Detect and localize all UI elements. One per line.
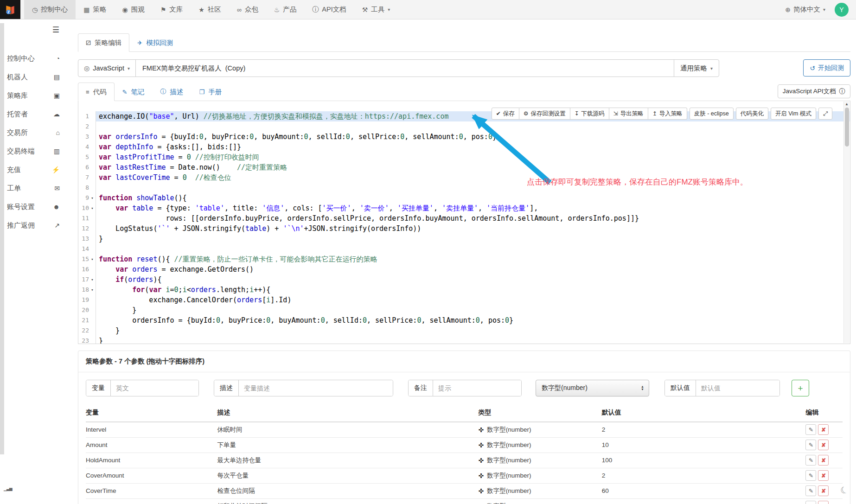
sidebar-item-exchanges[interactable]: 交易所⌂ <box>0 123 70 142</box>
fullscreen-button[interactable]: ⤢ <box>818 108 832 120</box>
move-handle-icon[interactable]: ✜ <box>479 441 484 449</box>
download-source-button[interactable]: ↧下载源码 <box>570 108 609 120</box>
edit-param-button[interactable]: ✎ <box>805 485 816 496</box>
category-dropdown[interactable]: 通用策略 ▾ <box>674 60 719 77</box>
param-default-cell: 2 <box>602 468 806 483</box>
code-line[interactable]: 16 var orders = exchange.GetOrders() <box>78 264 850 274</box>
edit-param-button[interactable]: ✎ <box>805 455 816 466</box>
nav-item-product[interactable]: ♨产品 <box>266 0 305 19</box>
export-strategy-button[interactable]: ⇲导出策略 <box>609 108 648 120</box>
code-line[interactable]: 13} <box>78 234 850 244</box>
nav-item-watch[interactable]: ◉围观 <box>114 0 152 19</box>
fold-arrow-icon[interactable]: ▾ <box>89 274 96 285</box>
nav-item-crowdsource[interactable]: ∞众包 <box>229 0 266 19</box>
code-line[interactable]: 22 } <box>78 325 850 336</box>
edit-param-button[interactable]: ✎ <box>805 501 816 504</box>
add-param-button[interactable]: + <box>792 380 809 396</box>
strategy-name-input[interactable] <box>136 60 674 77</box>
fold-arrow-icon[interactable]: ▾ <box>89 254 96 264</box>
param-var-input[interactable] <box>111 380 198 396</box>
nav-item-community[interactable]: ★社区 <box>191 0 229 19</box>
sidebar-item-tickets[interactable]: 工单✉ <box>0 179 70 198</box>
sidebar-item-robots[interactable]: 机器人▤ <box>0 68 70 86</box>
delete-param-button[interactable]: ✘ <box>818 470 829 481</box>
delete-param-button[interactable]: ✘ <box>818 424 829 435</box>
skin-button[interactable]: 皮肤 - eclipse <box>690 108 734 120</box>
delete-param-button[interactable]: ✘ <box>818 501 829 504</box>
code-line[interactable]: 2 <box>78 121 850 132</box>
fold-arrow-icon[interactable]: ▾ <box>89 203 96 213</box>
tab-backtest[interactable]: ✈模拟回测 <box>129 33 181 52</box>
code-line[interactable]: 4var depthInfo = {asks:[], bids:[]} <box>78 142 850 152</box>
fold-arrow-icon[interactable]: ▾ <box>89 285 96 295</box>
param-type-select[interactable]: 数字型(number) ▲▼ <box>536 380 649 396</box>
save-settings-button[interactable]: ⚙保存回测设置 <box>519 108 570 120</box>
user-avatar[interactable]: Y <box>835 3 849 17</box>
sidebar-item-recharge[interactable]: 充值⚡ <box>0 160 70 179</box>
language-dropdown[interactable]: ◎ JavaScript ▾ <box>78 60 136 77</box>
scrollbar-thumb[interactable] <box>845 108 849 147</box>
scrollbar-up-icon[interactable]: ▲ <box>844 102 850 107</box>
sidebar-item-strategies[interactable]: 策略库▣ <box>0 86 70 105</box>
code-line[interactable]: 6var lastRestTime = Date.now() //定时重置策略 <box>78 162 850 172</box>
editor-tab-manual[interactable]: ❐手册 <box>192 83 230 101</box>
import-strategy-button[interactable]: ↥导入策略 <box>648 108 687 120</box>
edit-param-button[interactable]: ✎ <box>805 440 816 450</box>
move-handle-icon[interactable]: ✜ <box>479 487 484 495</box>
sidebar-item-account[interactable]: 账号设置☻ <box>0 198 70 216</box>
code-line[interactable]: 21 ordersInfo = {buyId:0, buyPrice:0, bu… <box>78 315 850 325</box>
fold-arrow-icon[interactable]: ▾ <box>89 193 96 203</box>
param-desc-cell: 打印收益时间间隔 <box>217 498 479 504</box>
code-line[interactable]: 18▾ for(var i=0;i<orders.length;i++){ <box>78 285 850 295</box>
code-line[interactable]: 11 rows: [[ordersInfo.buyPrice, ordersIn… <box>78 213 850 223</box>
code-line[interactable]: 10▾ var table = {type: 'table', title: '… <box>78 203 850 213</box>
nav-item-library[interactable]: ⚑文库 <box>153 0 191 19</box>
nav-item-api-docs[interactable]: ⓘAPI文档 <box>304 0 354 19</box>
edit-param-button[interactable]: ✎ <box>805 470 816 481</box>
sidebar-item-terminal[interactable]: 交易终端▥ <box>0 142 70 160</box>
editor-tab-desc[interactable]: ⓘ描述 <box>153 83 192 101</box>
code-line[interactable]: 23} <box>78 336 850 344</box>
param-edit-cell: ✎✘ <box>805 468 843 483</box>
vim-mode-button[interactable]: 开启 Vim 模式 <box>771 108 816 120</box>
sidebar-item-hosts[interactable]: 托管者☁ <box>0 105 70 123</box>
fmz-logo[interactable] <box>0 0 20 19</box>
code-line[interactable]: 9▾function showTable(){ <box>78 193 850 203</box>
delete-param-button[interactable]: ✘ <box>818 440 829 450</box>
delete-param-button[interactable]: ✘ <box>818 455 829 466</box>
code-line[interactable]: 14 <box>78 244 850 254</box>
edit-param-button[interactable]: ✎ <box>805 424 816 435</box>
code-line[interactable]: 15▾function reset(){ //重置策略，防止一些订单卡住，可能会… <box>78 254 850 264</box>
nav-item-strategy[interactable]: ▦策略 <box>76 0 114 19</box>
editor-tab-code[interactable]: ≡代码 <box>78 83 115 101</box>
move-handle-icon[interactable]: ✜ <box>479 457 484 464</box>
param-default-cell: 100 <box>602 453 806 468</box>
editor-tab-notes[interactable]: ✎笔记 <box>115 83 153 101</box>
param-default-input[interactable] <box>696 380 779 396</box>
hamburger-menu-icon[interactable]: ☰ <box>52 25 59 35</box>
beautify-button[interactable]: 代码美化 <box>736 108 768 120</box>
code-line[interactable]: 19 exchange.CancelOrder(orders[i].Id) <box>78 295 850 305</box>
move-handle-icon[interactable]: ✜ <box>479 472 484 479</box>
tab-edit[interactable]: ⚂策略编辑 <box>78 33 129 52</box>
save-button[interactable]: ✔保存 <box>492 108 519 120</box>
code-line[interactable]: 3var ordersInfo = {buyId:0, buyPrice:0, … <box>78 132 850 142</box>
code-line[interactable]: 17▾ if(orders){ <box>78 274 850 285</box>
sidebar-item-dashboard[interactable]: 控制中心◔ <box>0 49 70 68</box>
code-editor[interactable]: 1exchange.IO("base", Url) //切换基地址，方便切换实盘… <box>78 101 850 344</box>
param-remark-input[interactable] <box>433 380 521 396</box>
api-doc-button[interactable]: JavaScript API文档 ⓘ <box>778 84 850 98</box>
editor-scrollbar[interactable]: ▲ <box>843 102 850 343</box>
start-backtest-button[interactable]: ↺ 开始回测 <box>803 59 850 77</box>
move-handle-icon[interactable]: ✜ <box>479 426 484 434</box>
sidebar-item-referral[interactable]: 推广返佣↗ <box>0 216 70 235</box>
code-line[interactable]: 20 } <box>78 305 850 315</box>
param-desc-input[interactable] <box>239 380 393 396</box>
language-selector[interactable]: ⊕ 简体中文 ▾ <box>785 5 825 14</box>
code-line[interactable]: 12 LogStatus('`' + JSON.stringify(table)… <box>78 223 850 234</box>
code-line[interactable]: 5var lastProfitTime = 0 //控制打印收益时间 <box>78 152 850 162</box>
delete-param-button[interactable]: ✘ <box>818 485 829 496</box>
nav-item-tools[interactable]: ⚒工具▾ <box>354 0 398 19</box>
nav-item-dashboard[interactable]: ◷控制中心 <box>24 0 76 19</box>
move-handle-icon[interactable]: ✜ <box>479 503 484 504</box>
